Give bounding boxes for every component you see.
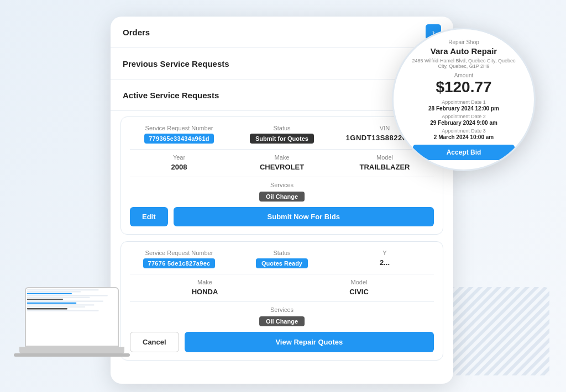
sr2-make-cell: Make HONDA — [130, 279, 280, 296]
service-card-1-mid-grid: Year 2008 Make CHEVROLET Model TRAILBLAZ… — [130, 154, 434, 171]
sr1-divider1 — [130, 149, 434, 150]
sr2-service-badge: Oil Change — [259, 316, 305, 326]
sr1-year-value: 2008 — [171, 163, 187, 171]
sr1-service-badge: Oil Change — [259, 192, 305, 202]
service-card-1: Service Request Number 779365e33434a961d… — [120, 116, 443, 235]
accept-bid-button[interactable]: Accept Bid — [413, 145, 515, 160]
sr1-edit-button[interactable]: Edit — [130, 207, 168, 226]
svg-rect-1 — [450, 287, 549, 375]
sr1-year-cell: Year 2008 — [130, 154, 228, 171]
sr2-status-badge: Quotes Ready — [256, 258, 308, 268]
active-section-content: Service Request Number 779365e33434a961d… — [111, 111, 453, 373]
sr1-actions: Edit Submit Now For Bids — [130, 207, 434, 226]
appt2-label: Appointment Date 2 — [442, 114, 486, 119]
appt2-value: 29 February 2024 9:00 am — [430, 120, 497, 126]
stripes-decoration — [450, 287, 549, 375]
sr1-model-cell: Model TRAILBLAZER — [336, 154, 434, 171]
laptop-foot — [14, 353, 130, 357]
service-card-2-top-grid: Service Request Number 77676 5de1c827a9e… — [130, 250, 434, 268]
sr2-id-value: 77676 5de1c827a9ec — [143, 258, 214, 268]
repair-amount-label: Amount — [454, 72, 473, 78]
sr2-year-label: Y — [382, 250, 386, 256]
repair-amount: $120.77 — [436, 78, 491, 96]
sr1-id-cell: Service Request Number 779365e33434a961d — [130, 125, 228, 144]
sr2-model-value: CIVIC — [349, 288, 369, 296]
sr2-year-value: 2... — [380, 258, 390, 267]
sr2-services-section: Services Oil Change — [130, 306, 434, 326]
laptop-thumbnail — [12, 287, 131, 370]
appt1-label: Appointment Date 1 — [442, 99, 486, 105]
sr1-status-cell: Status Submit for Quotes — [233, 125, 331, 144]
sr2-make-value: HONDA — [192, 288, 218, 296]
sr1-make-value: CHEVROLET — [260, 163, 304, 171]
sr2-divider2 — [130, 301, 434, 302]
appt3-value: 2 March 2024 10:00 am — [434, 134, 494, 140]
sr1-services-section: Services Oil Change — [130, 182, 434, 202]
sr1-make-cell: Make CHEVROLET — [233, 154, 331, 171]
service-card-2: Service Request Number 77676 5de1c827a9e… — [120, 241, 443, 361]
sr2-divider1 — [130, 274, 434, 274]
sr1-id-label: Service Request Number — [145, 125, 213, 131]
repair-shop-address: 2485 Wilfrid-Hamel Blvd, Quebec City, Qu… — [407, 58, 520, 69]
sr1-model-value: TRAILBLAZER — [360, 163, 410, 171]
sr2-id-cell: Service Request Number 77676 5de1c827a9e… — [130, 250, 228, 268]
sr2-model-cell: Model CIVIC — [284, 279, 434, 296]
previous-title: Previous Service Requests — [123, 59, 229, 68]
sr1-divider2 — [130, 177, 434, 177]
sr2-services-label: Services — [130, 306, 434, 313]
sr2-view-quotes-button[interactable]: View Repair Quotes — [185, 332, 434, 352]
laptop-screen-content — [26, 288, 118, 313]
sr1-make-label: Make — [275, 154, 290, 161]
orders-section-header[interactable]: Orders › — [111, 17, 453, 48]
sr1-status-badge: Submit for Quotes — [250, 134, 314, 144]
sr2-model-label: Model — [351, 279, 368, 285]
repair-popup: 🔧 Repair Shop Vara Auto Repair 2485 Wilf… — [392, 28, 536, 171]
sr1-year-label: Year — [173, 154, 185, 161]
service-card-2-mid-grid: Make HONDA Model CIVIC — [130, 279, 434, 296]
laptop-base — [19, 347, 124, 353]
orders-title: Orders — [123, 28, 150, 37]
appt1-value: 28 February 2024 12:00 pm — [428, 105, 499, 112]
active-title: Active Service Requests — [123, 91, 219, 100]
sr1-submit-bids-button[interactable]: Submit Now For Bids — [174, 207, 434, 226]
laptop-screen — [25, 287, 119, 347]
sr2-id-label: Service Request Number — [145, 250, 213, 256]
sr1-services-label: Services — [130, 182, 434, 188]
sr1-vin-label: VIN — [380, 125, 390, 131]
sr1-model-label: Model — [376, 154, 393, 161]
sr2-status-cell: Status Quotes Ready — [233, 250, 331, 268]
sr2-cancel-button[interactable]: Cancel — [130, 332, 179, 352]
sr1-id-value: 779365e33434a961d — [144, 134, 214, 144]
repair-shop-label: Repair Shop — [448, 39, 479, 45]
sr2-status-label: Status — [273, 250, 290, 256]
sr2-make-label: Make — [197, 279, 212, 285]
sr2-year-cell: Y 2... — [336, 250, 434, 268]
sr1-status-label: Status — [273, 125, 290, 131]
appt3-label: Appointment Date 3 — [442, 128, 486, 134]
service-card-1-top-grid: Service Request Number 779365e33434a961d… — [130, 125, 434, 144]
repair-shop-name: Vara Auto Repair — [431, 46, 497, 56]
sr2-actions: Cancel View Repair Quotes — [130, 332, 434, 352]
